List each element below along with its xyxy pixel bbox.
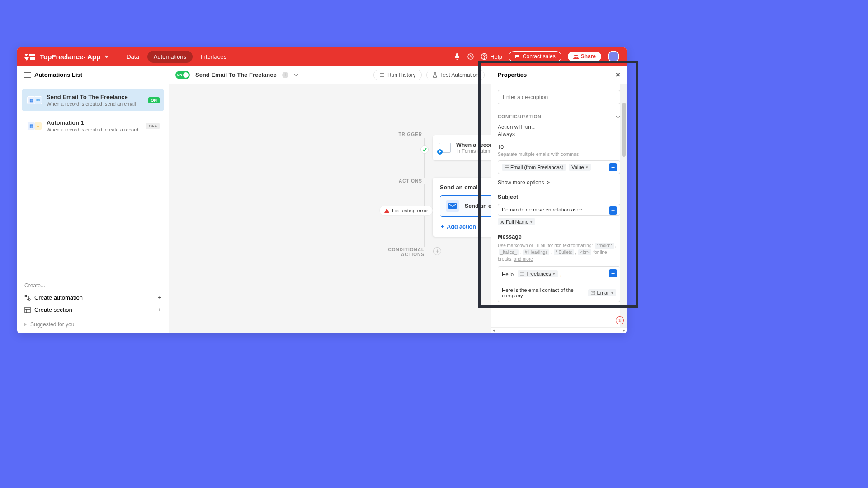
svg-point-12 bbox=[25, 295, 27, 297]
list-icon bbox=[520, 272, 524, 276]
automation-item-desc: When a record is created, create a recor… bbox=[47, 127, 159, 132]
error-count-badge[interactable]: 1 bbox=[616, 316, 624, 324]
automation-canvas: ON Send Email To The Freelance i Run His… bbox=[169, 66, 491, 333]
canvas-body[interactable]: TRIGGER ACTIONS CONDITIONAL ACTIONS + Wh… bbox=[169, 84, 491, 333]
configuration-label: CONFIGURATION bbox=[498, 114, 542, 119]
toggle-knob bbox=[183, 72, 189, 78]
chevron-down-icon[interactable] bbox=[104, 54, 109, 59]
email-token-2[interactable]: Email ▾ bbox=[588, 289, 616, 296]
freelances-label: Freelances bbox=[526, 271, 551, 277]
chevron-down-icon: ▾ bbox=[530, 220, 533, 224]
trigger-status-ok-icon bbox=[420, 145, 429, 154]
action-row-send-email[interactable]: Send an email ••• ⋮⋮ bbox=[440, 195, 491, 217]
message-help: Use markdown or HTML for rich text forma… bbox=[498, 242, 620, 263]
close-icon[interactable]: × bbox=[616, 70, 620, 80]
chevron-down-icon[interactable] bbox=[616, 115, 620, 119]
fix-testing-error-button[interactable]: Fix testing error bbox=[379, 206, 433, 216]
to-label: To bbox=[498, 144, 620, 150]
scrollbar-thumb[interactable] bbox=[622, 103, 626, 157]
action-card: Send an email Send an email ••• ⋮⋮ + Add… bbox=[433, 178, 491, 237]
bell-icon[interactable] bbox=[453, 53, 461, 60]
add-token-button[interactable]: + bbox=[609, 269, 617, 277]
create-automation-label: Create automation bbox=[34, 294, 83, 301]
status-badge-off: OFF bbox=[146, 123, 160, 129]
people-icon bbox=[573, 54, 579, 59]
to-field[interactable]: Email (from Freelances) Value ▾ + bbox=[498, 160, 620, 174]
actions-section-label: ACTIONS bbox=[377, 178, 422, 183]
nav-automations[interactable]: Automations bbox=[147, 51, 193, 63]
automation-item-send-email[interactable]: ▦ ✉ Send Email To The Freelance When a r… bbox=[22, 89, 164, 111]
history-icon[interactable] bbox=[467, 53, 474, 60]
and-more-link[interactable]: and more bbox=[514, 257, 533, 262]
automation-item-automation-1[interactable]: ▦ ＋ Automation 1 When a record is create… bbox=[22, 115, 164, 137]
properties-title: Properties bbox=[498, 71, 527, 78]
automation-name[interactable]: Send Email To The Freelance bbox=[195, 71, 277, 78]
list-icon bbox=[379, 72, 385, 78]
add-token-button[interactable]: + bbox=[609, 206, 617, 215]
always-label[interactable]: Always bbox=[498, 131, 620, 137]
app-title[interactable]: TopFreelance- App bbox=[40, 53, 100, 61]
properties-body[interactable]: CONFIGURATION Action will run... Always … bbox=[491, 84, 627, 327]
record-created-plus-icon: + bbox=[437, 149, 443, 155]
email-token[interactable]: Email (from Freelances) bbox=[502, 164, 566, 171]
status-badge-on: ON bbox=[148, 97, 160, 103]
add-token-button[interactable]: + bbox=[609, 163, 617, 171]
svg-point-8 bbox=[576, 55, 578, 56]
show-more-options[interactable]: Show more options bbox=[498, 179, 620, 186]
contact-sales-button[interactable]: Contact sales bbox=[509, 51, 561, 62]
message-field[interactable]: + Hello Freelances ▾ , Here is the email… bbox=[498, 266, 620, 302]
fix-error-label: Fix testing error bbox=[392, 208, 428, 213]
warning-icon bbox=[384, 208, 389, 213]
automation-toggle[interactable]: ON bbox=[175, 71, 190, 79]
scroll-left-icon[interactable]: ◂ bbox=[493, 328, 495, 333]
add-conditional-button[interactable]: + bbox=[433, 247, 441, 255]
grid-mini-icon: ▦ bbox=[27, 122, 35, 130]
run-history-button[interactable]: Run History bbox=[373, 70, 422, 80]
grid-mini-icon: ▦ bbox=[27, 96, 35, 104]
info-icon[interactable]: i bbox=[282, 72, 288, 78]
automation-item-desc: When a record is created, send an email bbox=[47, 101, 159, 107]
create-section-label: Create section bbox=[34, 306, 72, 313]
test-automation-label: Test Automation bbox=[440, 72, 479, 78]
subject-field[interactable]: Demande de mise en relation avec + bbox=[498, 204, 620, 216]
connector-line bbox=[424, 184, 425, 247]
mail-icon bbox=[591, 291, 595, 295]
description-input[interactable] bbox=[498, 90, 620, 104]
trigger-node[interactable]: + When a record is created In Forms Subm… bbox=[433, 135, 491, 160]
chevron-down-icon: ▾ bbox=[611, 291, 613, 295]
share-button[interactable]: Share bbox=[568, 52, 601, 61]
automation-item-title: Send Email To The Freelance bbox=[47, 94, 159, 100]
topbar: TopFreelance- App Data Automations Inter… bbox=[17, 47, 627, 66]
subject-label: Subject bbox=[498, 194, 620, 200]
scroll-right-icon[interactable]: ▸ bbox=[623, 328, 625, 333]
fullname-token[interactable]: A Full Name ▾ bbox=[498, 218, 535, 225]
connector-line bbox=[424, 138, 425, 178]
freelances-token[interactable]: Freelances ▾ bbox=[518, 270, 557, 277]
properties-header: Properties × bbox=[491, 66, 627, 84]
suggested-for-you[interactable]: Suggested for you bbox=[24, 316, 161, 329]
chevron-down-icon[interactable] bbox=[294, 73, 298, 77]
plus-icon: + bbox=[441, 224, 444, 230]
message-label: Message bbox=[498, 234, 620, 240]
horizontal-scrollbar[interactable]: ◂ ▸ bbox=[491, 327, 627, 333]
section-icon bbox=[24, 307, 31, 313]
create-section-button[interactable]: Create section + bbox=[24, 304, 161, 316]
app-logo-icon bbox=[24, 52, 35, 61]
help-link[interactable]: Help bbox=[481, 53, 502, 60]
test-automation-button[interactable]: Test Automation bbox=[426, 70, 485, 80]
sidebar-header[interactable]: Automations List bbox=[17, 66, 169, 84]
fullname-label: Full Name bbox=[506, 219, 528, 225]
create-automation-button[interactable]: Create automation + bbox=[24, 291, 161, 304]
svg-rect-24 bbox=[448, 203, 457, 209]
chevron-right-icon bbox=[547, 181, 550, 184]
scrollbar[interactable] bbox=[620, 84, 627, 327]
nav-data[interactable]: Data bbox=[120, 51, 145, 63]
app-window: TopFreelance- App Data Automations Inter… bbox=[17, 47, 627, 333]
message-hello: Hello bbox=[502, 272, 514, 277]
nav-interfaces[interactable]: Interfaces bbox=[194, 51, 233, 63]
add-action-button[interactable]: + Add action bbox=[440, 221, 491, 232]
trigger-subtitle: In Forms Submission bbox=[456, 148, 491, 154]
automation-item-icons: ▦ ✉ bbox=[27, 94, 42, 107]
value-token[interactable]: Value ▾ bbox=[569, 164, 590, 171]
user-avatar[interactable] bbox=[608, 51, 619, 62]
